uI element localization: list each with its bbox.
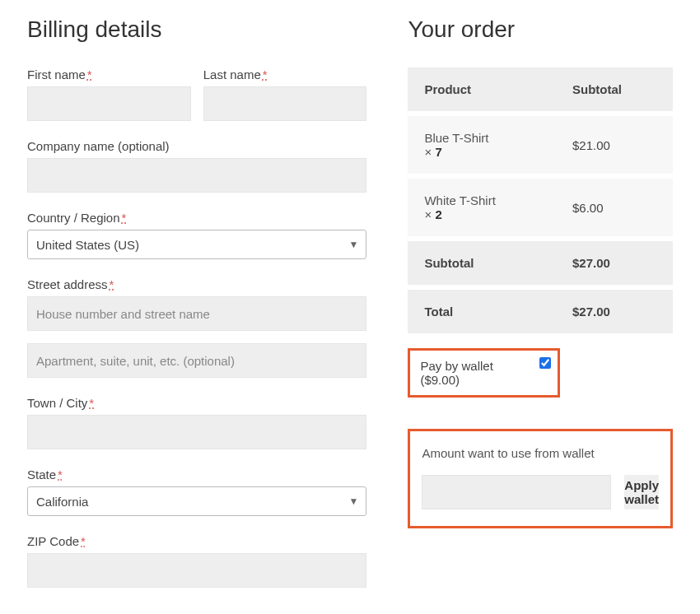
required-mark: *	[122, 211, 127, 225]
total-value: $27.00	[556, 287, 673, 333]
item-name: White T-Shirt	[424, 193, 495, 207]
first-name-input[interactable]	[27, 86, 191, 121]
billing-heading: Billing details	[27, 16, 366, 43]
table-row: Blue T-Shirt × 7 $21.00	[408, 114, 673, 176]
pay-by-wallet-box: Pay by wallet ($9.00)	[408, 348, 560, 398]
apply-wallet-button[interactable]: Apply wallet	[624, 475, 659, 509]
required-mark: *	[58, 467, 63, 481]
zip-input[interactable]	[27, 553, 366, 588]
subtotal-value: $27.00	[556, 239, 673, 287]
required-mark: *	[89, 396, 94, 410]
street2-input[interactable]	[27, 343, 366, 378]
item-name: Blue T-Shirt	[424, 131, 488, 145]
subtotal-label: Subtotal	[408, 239, 556, 287]
city-label: Town / City*	[27, 396, 366, 410]
country-select[interactable]: United States (US)	[27, 230, 366, 259]
last-name-input[interactable]	[203, 86, 367, 121]
street1-input[interactable]	[27, 296, 366, 331]
required-mark: *	[81, 534, 86, 548]
order-heading: Your order	[408, 16, 673, 43]
col-subtotal: Subtotal	[556, 67, 673, 114]
total-label: Total	[408, 287, 556, 333]
item-qty: 2	[435, 207, 441, 221]
table-row: White T-Shirt × 2 $6.00	[408, 176, 673, 239]
street-label: Street address*	[27, 277, 366, 291]
city-input[interactable]	[27, 415, 366, 449]
required-mark: *	[87, 67, 92, 81]
first-name-label: First name*	[27, 67, 191, 81]
last-name-label: Last name*	[203, 67, 367, 81]
state-select[interactable]: California	[27, 486, 366, 516]
wallet-balance: ($9.00)	[420, 373, 548, 387]
item-qty: 7	[435, 145, 441, 159]
state-label: State*	[27, 467, 366, 481]
wallet-amount-input[interactable]	[422, 475, 611, 509]
wallet-apply-box: Amount want to use from wallet Apply wal…	[408, 429, 673, 528]
wallet-amount-label: Amount want to use from wallet	[422, 446, 659, 460]
company-label: Company name (optional)	[27, 139, 366, 153]
required-mark: *	[110, 277, 114, 291]
billing-section: Billing details First name* Last name* C…	[27, 16, 366, 606]
zip-label: ZIP Code*	[27, 534, 366, 548]
pay-by-wallet-label: Pay by wallet	[420, 359, 548, 373]
pay-by-wallet-checkbox[interactable]	[539, 357, 551, 369]
order-table: Product Subtotal Blue T-Shirt × 7 $21.00…	[408, 67, 673, 333]
order-section: Your order Product Subtotal Blue T-Shirt…	[408, 16, 673, 606]
country-label: Country / Region*	[27, 211, 366, 225]
item-subtotal: $21.00	[556, 114, 673, 176]
company-input[interactable]	[27, 158, 366, 193]
required-mark: *	[263, 67, 268, 81]
item-subtotal: $6.00	[556, 176, 673, 239]
col-product: Product	[408, 67, 556, 114]
